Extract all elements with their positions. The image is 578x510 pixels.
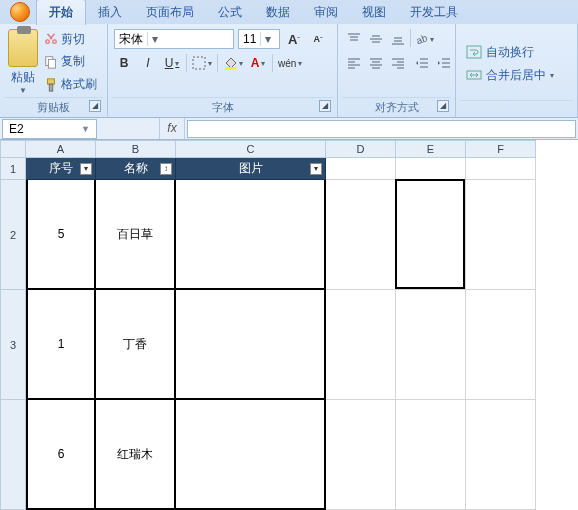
- svg-rect-4: [193, 57, 205, 69]
- increase-indent-icon: [437, 56, 451, 70]
- col-header-B[interactable]: B: [96, 140, 176, 158]
- align-expand-icon[interactable]: ◢: [437, 100, 449, 112]
- paste-label: 粘贴: [11, 69, 35, 86]
- col-header-F[interactable]: F: [466, 140, 536, 158]
- wrap-icon: [466, 44, 482, 60]
- scissors-icon: [44, 32, 58, 46]
- merge-center-button[interactable]: 合并后居中 ▾: [466, 67, 567, 84]
- col-header-D[interactable]: D: [326, 140, 396, 158]
- align-bottom-icon: [391, 32, 405, 46]
- chevron-down-icon: ▼: [81, 124, 90, 134]
- row-header[interactable]: 2: [0, 180, 26, 290]
- col-header-E[interactable]: E: [396, 140, 466, 158]
- empty-cell[interactable]: [396, 400, 466, 510]
- italic-button[interactable]: I: [138, 53, 158, 73]
- filter-dropdown-icon[interactable]: ▾: [310, 163, 322, 175]
- fill-color-button[interactable]: ▾: [222, 53, 244, 73]
- font-size-combo[interactable]: 11▾: [238, 29, 280, 49]
- tab-dev[interactable]: 开发工具: [398, 0, 470, 25]
- format-painter-button[interactable]: 格式刷: [44, 76, 97, 93]
- decrease-indent-icon: [415, 56, 429, 70]
- formula-input[interactable]: [187, 120, 576, 138]
- phonetic-button[interactable]: wén▾: [277, 53, 303, 73]
- table-header-cell[interactable]: 名称↕: [96, 158, 176, 180]
- data-cell[interactable]: 6: [26, 400, 96, 510]
- tab-view[interactable]: 视图: [350, 0, 398, 25]
- font-group-label: 字体 ◢: [112, 97, 333, 117]
- data-cell[interactable]: 百日草: [96, 180, 176, 290]
- data-cell[interactable]: [176, 180, 326, 290]
- underline-button[interactable]: U▾: [162, 53, 182, 73]
- empty-cell[interactable]: [326, 158, 396, 180]
- data-cell[interactable]: [176, 400, 326, 510]
- align-right-icon: [391, 56, 405, 70]
- empty-cell[interactable]: [326, 290, 396, 400]
- border-button[interactable]: ▾: [191, 53, 213, 73]
- col-header-C[interactable]: C: [176, 140, 326, 158]
- align-middle-button[interactable]: [366, 29, 386, 49]
- svg-text:ab: ab: [415, 32, 428, 46]
- font-color-button[interactable]: A▾: [248, 53, 268, 73]
- tab-review[interactable]: 审阅: [302, 0, 350, 25]
- filter-dropdown-icon[interactable]: ↕: [160, 163, 172, 175]
- orientation-button[interactable]: ab▾: [413, 29, 435, 49]
- empty-cell[interactable]: [396, 180, 466, 290]
- grow-font-button[interactable]: Aˆ: [284, 29, 304, 49]
- svg-rect-2: [48, 79, 55, 84]
- data-cell[interactable]: [176, 290, 326, 400]
- decrease-indent-button[interactable]: [412, 53, 432, 73]
- align-left-button[interactable]: [344, 53, 364, 73]
- tab-layout[interactable]: 页面布局: [134, 0, 206, 25]
- row-header[interactable]: 1: [0, 158, 26, 180]
- bucket-icon: [223, 56, 237, 70]
- svg-rect-5: [225, 67, 236, 70]
- data-cell[interactable]: 丁香: [96, 290, 176, 400]
- name-box[interactable]: E2 ▼: [2, 119, 97, 139]
- copy-button[interactable]: 复制: [44, 53, 97, 70]
- empty-cell[interactable]: [466, 400, 536, 510]
- empty-cell[interactable]: [466, 290, 536, 400]
- row-header[interactable]: [0, 400, 26, 510]
- align-center-button[interactable]: [366, 53, 386, 73]
- filter-dropdown-icon[interactable]: ▾: [80, 163, 92, 175]
- data-cell[interactable]: 红瑞木: [96, 400, 176, 510]
- col-header-A[interactable]: A: [26, 140, 96, 158]
- font-name-combo[interactable]: 宋体▾: [114, 29, 234, 49]
- align-top-button[interactable]: [344, 29, 364, 49]
- copy-icon: [44, 55, 58, 69]
- data-cell[interactable]: 5: [26, 180, 96, 290]
- increase-indent-button[interactable]: [434, 53, 454, 73]
- empty-cell[interactable]: [396, 158, 466, 180]
- tab-formula[interactable]: 公式: [206, 0, 254, 25]
- row-header[interactable]: 3: [0, 290, 26, 400]
- cut-button[interactable]: 剪切: [44, 31, 97, 48]
- clipboard-expand-icon[interactable]: ◢: [89, 100, 101, 112]
- tab-insert[interactable]: 插入: [86, 0, 134, 25]
- font-expand-icon[interactable]: ◢: [319, 100, 331, 112]
- bold-button[interactable]: B: [114, 53, 134, 73]
- svg-rect-34: [467, 46, 481, 58]
- brush-icon: [44, 78, 58, 92]
- align-bottom-button[interactable]: [388, 29, 408, 49]
- empty-cell[interactable]: [396, 290, 466, 400]
- border-icon: [192, 56, 206, 70]
- table-header-cell[interactable]: 图片▾: [176, 158, 326, 180]
- empty-cell[interactable]: [326, 400, 396, 510]
- empty-cell[interactable]: [466, 158, 536, 180]
- fx-icon[interactable]: fx: [159, 118, 185, 139]
- data-cell[interactable]: 1: [26, 290, 96, 400]
- empty-cell[interactable]: [466, 180, 536, 290]
- shrink-font-button[interactable]: Aˇ: [308, 29, 328, 49]
- tab-start[interactable]: 开始: [36, 0, 86, 25]
- paste-icon: [8, 29, 38, 67]
- tab-data[interactable]: 数据: [254, 0, 302, 25]
- align-right-button[interactable]: [388, 53, 408, 73]
- wrap-text-button[interactable]: 自动换行: [466, 44, 567, 61]
- paste-button[interactable]: 粘贴 ▼: [4, 27, 42, 97]
- office-button[interactable]: [4, 0, 36, 24]
- align-middle-icon: [369, 32, 383, 46]
- empty-cell[interactable]: [326, 180, 396, 290]
- clipboard-group-label: 剪贴板 ◢: [4, 97, 103, 117]
- table-header-cell[interactable]: 序号▾: [26, 158, 96, 180]
- select-all-corner[interactable]: [0, 140, 26, 158]
